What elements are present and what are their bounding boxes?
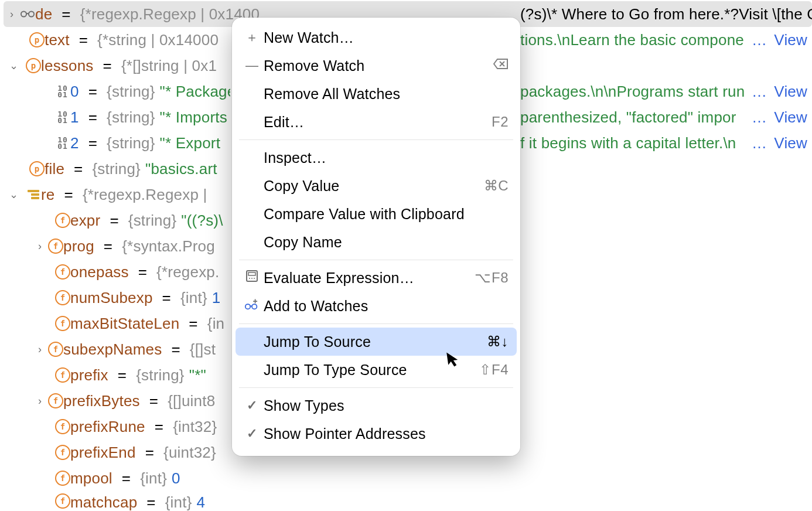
field-icon: f xyxy=(55,445,70,460)
view-link[interactable]: View xyxy=(769,134,812,152)
plus-icon: ＋ xyxy=(240,29,264,46)
primitive-icon: 1001 xyxy=(55,84,70,99)
shortcut: F2 xyxy=(492,114,509,130)
context-menu: ＋ New Watch… — Remove Watch Remove All W… xyxy=(232,18,520,456)
expand-arrow-icon[interactable]: › xyxy=(32,343,48,356)
var-name: lessons xyxy=(41,57,94,75)
field-icon: f xyxy=(48,239,63,254)
watch-icon xyxy=(20,6,35,22)
separator xyxy=(239,260,513,260)
menu-evaluate[interactable]: Evaluate Expression… ⌥F8 xyxy=(232,264,520,292)
menu-edit[interactable]: Edit… F2 xyxy=(232,108,520,136)
shortcut xyxy=(493,57,509,74)
property-icon: p xyxy=(29,161,45,176)
var-value: "* Export xyxy=(160,134,221,152)
field-icon: f xyxy=(55,367,70,383)
expand-arrow-icon[interactable]: › xyxy=(32,395,48,407)
var-type: {string} xyxy=(107,83,155,101)
menu-compare[interactable]: Compare Value with Clipboard xyxy=(232,200,520,228)
expand-arrow-icon[interactable]: › xyxy=(4,8,20,21)
collapse-arrow-icon[interactable]: ⌄ xyxy=(6,59,22,72)
field-icon: f xyxy=(55,316,70,331)
minus-icon: — xyxy=(240,58,264,73)
menu-show-pointers[interactable]: Show Pointer Addresses xyxy=(232,420,520,448)
var-name: re xyxy=(41,186,55,204)
var-type: {*[]string | 0x1 xyxy=(121,57,217,75)
var-type: {string} xyxy=(92,160,141,178)
var-index: 2 xyxy=(70,134,79,152)
svg-point-5 xyxy=(251,278,253,279)
var-name: de xyxy=(35,5,52,23)
var-row-mpool[interactable]: f mpool={int} 0 xyxy=(0,465,812,491)
field-icon: f xyxy=(55,290,70,305)
menu-show-types[interactable]: Show Types xyxy=(232,391,520,420)
menu-jump-source[interactable]: Jump To Source ⌘↓ xyxy=(236,328,517,356)
var-value: "basics.art xyxy=(145,160,217,178)
property-icon: p xyxy=(26,58,41,73)
menu-copy-value[interactable]: Copy Value ⌘C xyxy=(232,172,520,200)
menu-remove-watch[interactable]: — Remove Watch xyxy=(232,52,520,80)
expand-arrow-icon[interactable]: › xyxy=(32,240,48,253)
menu-add-watches[interactable]: Add to Watches xyxy=(232,292,520,320)
view-link[interactable]: View xyxy=(769,83,812,101)
watch-add-icon xyxy=(240,298,264,314)
menu-remove-all[interactable]: Remove All Watches xyxy=(232,80,520,108)
check-icon xyxy=(240,426,264,441)
var-name: file xyxy=(45,160,64,178)
field-icon: f xyxy=(55,493,70,509)
field-icon: f xyxy=(48,393,63,408)
calculator-icon xyxy=(240,270,264,286)
var-type: {*string | 0x14000 xyxy=(97,31,219,49)
var-type: {string} xyxy=(107,134,155,152)
field-icon: f xyxy=(55,264,70,280)
var-value: "* Imports xyxy=(160,108,227,127)
value-tail-l0: packages.\n\nPrograms start run… View xyxy=(520,79,812,104)
var-row-matchcap[interactable]: f matchcap={int} 4 xyxy=(0,491,812,511)
var-value: "* Package xyxy=(160,83,230,101)
svg-point-0 xyxy=(21,11,26,16)
svg-point-8 xyxy=(252,304,257,309)
view-link[interactable]: View xyxy=(769,31,812,49)
separator xyxy=(239,323,513,324)
value-tail-l2: f it begins with a capital letter.\n… Vi… xyxy=(520,130,812,156)
var-type: {string} xyxy=(107,108,155,127)
svg-point-1 xyxy=(29,11,34,16)
field-icon: f xyxy=(55,213,70,228)
view-link[interactable]: View xyxy=(769,108,812,127)
svg-point-7 xyxy=(245,304,250,309)
menu-new-watch[interactable]: ＋ New Watch… xyxy=(232,23,520,52)
separator xyxy=(239,139,513,140)
separator xyxy=(239,387,513,388)
value-tail-l1: parenthesized, "factored" impor… View xyxy=(520,104,812,130)
field-icon: f xyxy=(48,342,63,357)
struct-icon xyxy=(26,187,41,202)
shortcut: ⌥F8 xyxy=(475,270,509,286)
var-name: text xyxy=(45,31,70,49)
field-icon: f xyxy=(55,419,70,434)
menu-jump-type-source[interactable]: Jump To Type Source ⇧F4 xyxy=(232,356,520,384)
property-icon: p xyxy=(29,32,45,47)
svg-point-6 xyxy=(254,278,255,279)
svg-rect-3 xyxy=(248,272,255,275)
menu-inspect[interactable]: Inspect… xyxy=(232,144,520,172)
field-icon: f xyxy=(55,471,70,486)
var-index: 1 xyxy=(70,108,79,127)
primitive-icon: 1001 xyxy=(55,110,70,125)
var-index: 0 xyxy=(70,83,79,101)
shortcut: ⌘C xyxy=(484,178,509,194)
svg-point-4 xyxy=(249,278,250,279)
menu-copy-name[interactable]: Copy Name xyxy=(232,228,520,256)
value-tail-de: (?s)\* Where to Go from here.*?Visit \[t… xyxy=(520,1,812,27)
shortcut: ⇧F4 xyxy=(479,362,509,378)
shortcut: ⌘↓ xyxy=(487,333,509,350)
var-type: {*regexp.Regexp | 0x1400 xyxy=(80,5,260,23)
primitive-icon: 1001 xyxy=(55,135,70,151)
collapse-arrow-icon[interactable]: ⌄ xyxy=(6,188,22,201)
check-icon xyxy=(240,398,264,413)
value-tail-text: tions.\nLearn the basic compone… View xyxy=(520,27,812,53)
var-type: {*regexp.Regexp | xyxy=(83,186,207,204)
